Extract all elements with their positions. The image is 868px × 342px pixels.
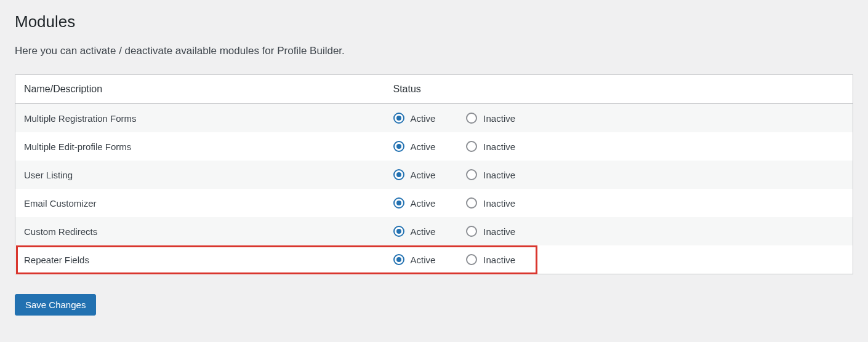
page-title: Modules [15,12,853,31]
radio-label-active: Active [411,226,436,237]
radio-label-inactive: Inactive [483,170,515,180]
status-radio-group: ActiveInactive [393,197,845,209]
radio-label-active: Active [411,255,436,265]
radio-option-inactive[interactable]: Inactive [466,254,515,265]
radio-label-inactive: Inactive [483,141,515,152]
module-status-cell: ActiveInactive [385,132,853,161]
radio-option-inactive[interactable]: Inactive [466,113,515,124]
save-button[interactable]: Save Changes [15,294,96,316]
table-row: Repeater FieldsActiveInactive [15,245,853,274]
module-name: Multiple Edit-profile Forms [15,132,385,161]
module-name: Email Customizer [15,189,385,217]
radio-option-active[interactable]: Active [393,226,436,237]
radio-icon [393,197,404,209]
radio-icon [393,254,404,265]
status-radio-group: ActiveInactive [393,169,845,180]
radio-option-active[interactable]: Active [393,113,436,124]
header-status: Status [385,75,853,104]
status-radio-group: ActiveInactive [393,141,845,152]
status-radio-group: ActiveInactive [393,254,845,265]
module-name: Multiple Registration Forms [15,104,385,133]
status-radio-group: ActiveInactive [393,226,845,237]
radio-icon [393,226,404,237]
radio-icon [466,113,477,124]
radio-option-active[interactable]: Active [393,197,436,209]
radio-icon [393,113,404,124]
status-radio-group: ActiveInactive [393,113,845,124]
module-status-cell: ActiveInactive [385,161,853,189]
radio-label-inactive: Inactive [483,226,515,237]
table-row: Multiple Edit-profile FormsActiveInactiv… [15,132,853,161]
module-status-cell: ActiveInactive [385,189,853,217]
radio-option-active[interactable]: Active [393,169,436,180]
module-name: User Listing [15,161,385,189]
page-description: Here you can activate / deactivate avail… [15,45,853,57]
radio-label-active: Active [411,170,436,180]
table-row: User ListingActiveInactive [15,161,853,189]
modules-table: Name/Description Status Multiple Registr… [15,74,853,274]
radio-icon [393,141,404,152]
header-name: Name/Description [15,75,385,104]
table-row: Multiple Registration FormsActiveInactiv… [15,104,853,133]
radio-option-inactive[interactable]: Inactive [466,169,515,180]
radio-icon [466,169,477,180]
table-row: Email CustomizerActiveInactive [15,189,853,217]
radio-option-inactive[interactable]: Inactive [466,197,515,209]
radio-label-inactive: Inactive [483,113,515,124]
radio-label-active: Active [411,198,436,209]
radio-label-active: Active [411,141,436,152]
radio-label-inactive: Inactive [483,255,515,265]
radio-label-active: Active [411,113,436,124]
module-name: Repeater Fields [15,245,385,274]
module-name: Custom Redirects [15,217,385,245]
module-status-cell: ActiveInactive [385,104,853,133]
radio-icon [393,169,404,180]
module-status-cell: ActiveInactive [385,245,853,274]
radio-icon [466,197,477,209]
radio-option-active[interactable]: Active [393,254,436,265]
module-status-cell: ActiveInactive [385,217,853,245]
radio-option-inactive[interactable]: Inactive [466,141,515,152]
radio-option-inactive[interactable]: Inactive [466,226,515,237]
radio-option-active[interactable]: Active [393,141,436,152]
radio-icon [466,226,477,237]
modules-table-wrap: Name/Description Status Multiple Registr… [15,74,853,274]
table-row: Custom RedirectsActiveInactive [15,217,853,245]
radio-icon [466,141,477,152]
radio-icon [466,254,477,265]
radio-label-inactive: Inactive [483,198,515,209]
